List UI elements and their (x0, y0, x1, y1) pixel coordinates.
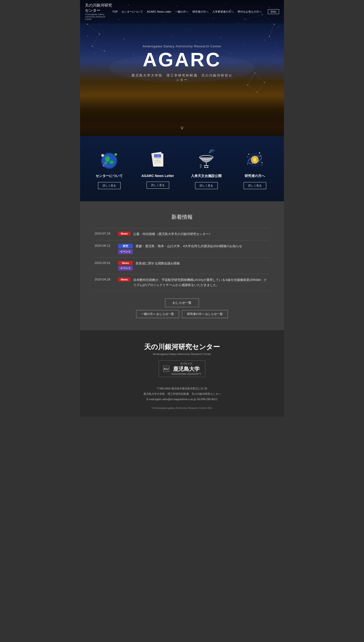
feature-center-label: センターについて (87, 174, 131, 178)
svg-point-46 (269, 36, 270, 37)
nav-top[interactable]: TOP (112, 10, 118, 13)
news-text[interactable]: 公募：特任助教（鹿児島大学天の川銀河研究センター） (133, 232, 212, 237)
news-badge: 研究 (118, 244, 133, 248)
svg-point-21 (124, 39, 124, 39)
svg-point-20 (104, 44, 104, 44)
feature-researcher-button[interactable]: 詳しく見る (244, 182, 266, 189)
center-icon (98, 148, 120, 170)
footer-univ-logo: KU 鹿児島大学 鹿児島大学 KAGOSHIMA UNIVERSITY (159, 360, 206, 377)
svg-point-66 (110, 161, 114, 164)
feature-observatory: 入来天文台施設公開 詳しく見る (184, 148, 228, 189)
all-news-button[interactable]: おしらせ一覧 (165, 298, 199, 307)
svg-rect-87 (200, 166, 202, 168)
nav-about[interactable]: センターについて (122, 10, 143, 14)
nav-general[interactable]: 一般の方へ (175, 10, 188, 14)
svg-text:✦: ✦ (247, 156, 248, 158)
nav-donation[interactable]: 寄付をお考えの方へ (238, 10, 262, 14)
footer-univ-text: 鹿児島大学 鹿児島大学 KAGOSHIMA UNIVERSITY (172, 362, 202, 375)
hero-subtitle: Amanogawa Galaxy Astronomy Research Cent… (131, 45, 233, 48)
svg-point-91 (253, 158, 256, 162)
svg-point-26 (245, 45, 245, 45)
svg-point-28 (276, 42, 277, 43)
news-badge-event: イベント (118, 249, 133, 254)
svg-point-14 (189, 29, 190, 29)
footer-info: 〒890-0065 鹿児島市鹿児島市郡元1-21-35 鹿児島大学大学院 理工学… (90, 386, 274, 402)
feature-newsletter: AGARC AGARC News Letter 詳しく見る (136, 148, 180, 189)
svg-point-24 (196, 41, 197, 42)
svg-point-25 (220, 38, 221, 38)
news-badge: News (118, 261, 133, 265)
news-badge-event: イベント (118, 266, 133, 271)
footer-logo-main: 天の川銀河研究センター (90, 342, 274, 352)
svg-point-95 (247, 164, 248, 164)
svg-point-61 (247, 85, 248, 86)
news-text[interactable]: 愛媛・鹿児島・熊本・山口大学、4大学合同七夕講演会2024開催のお知らせ (136, 244, 242, 249)
hero-description: 鹿児島大学大学院 理工学研究科附属 天の川銀河研究センター (131, 73, 233, 82)
svg-text:KU: KU (164, 367, 168, 371)
news-section: 新着情報 2024.07.16 News 公募：特任助教（鹿児島大学天の川銀河研… (80, 201, 284, 330)
svg-point-18 (279, 27, 279, 27)
header-logo: 天の川銀河研究センター Amanogawa Galaxy Astronomy R… (85, 3, 112, 21)
feature-newsletter-label: AGARC News Letter (136, 174, 180, 178)
hero-title: AGARC (131, 50, 233, 70)
feature-observatory-button[interactable]: 詳しく見る (195, 182, 218, 189)
news-item: 2024.04.26 News 谷本数特任助教が、宇宙航空研究開発機構(JAXA… (95, 274, 269, 291)
svg-point-52 (92, 46, 93, 47)
observatory-icon (195, 148, 217, 170)
news-item: 2024.05.01 News イベント 星形成に関する国際会議を開催 (95, 258, 269, 274)
svg-point-30 (114, 58, 114, 59)
svg-point-71 (103, 165, 104, 167)
feature-observatory-label: 入来天文台施設公開 (184, 174, 228, 178)
news-date: 2024.06.12 (95, 244, 115, 247)
news-text[interactable]: 谷本数特任助教が、宇宙航空研究開発機構(JAXA)が運用しているX線分光撮像衛星… (133, 278, 269, 288)
feature-researcher: ✦ ✦ ✦ 研究者の方へ 詳しく見る (233, 148, 277, 189)
svg-point-59 (264, 82, 265, 83)
news-item: 2024.07.16 News 公募：特任助教（鹿児島大学天の川銀河研究センター… (95, 228, 269, 240)
news-button-group: おしらせ一覧 一般の方へ おしらせ一覧 研究者の方へ おしらせ一覧 (95, 298, 269, 318)
svg-point-69 (101, 154, 104, 157)
researcher-news-button[interactable]: 研究者の方へ おしらせ一覧 (182, 310, 228, 318)
general-news-button[interactable]: 一般の方へ おしらせ一覧 (136, 310, 179, 318)
main-nav: TOP センターについて AGARC News Letter 一般の方へ 研究者… (112, 9, 279, 14)
nav-newsletter[interactable]: AGARC News Letter (147, 10, 171, 13)
news-category-buttons: 一般の方へ おしらせ一覧 研究者の方へ おしらせ一覧 (136, 310, 228, 318)
ground-silhouette (80, 112, 284, 136)
svg-point-60 (257, 92, 258, 93)
footer-univ-sub: KAGOSHIMA UNIVERSITY (172, 373, 202, 375)
news-text[interactable]: 星形成に関する国際会議を開催 (136, 261, 180, 266)
site-footer: 天の川銀河研究センター Amanogawa Galaxy Astronomy R… (80, 330, 284, 417)
svg-point-23 (172, 36, 172, 37)
news-date: 2024.04.26 (95, 278, 115, 281)
svg-point-10 (99, 24, 100, 25)
feature-newsletter-button[interactable]: 詳しく見る (146, 182, 169, 189)
newsletter-icon: AGARC (147, 148, 169, 170)
features-section: センターについて 詳しく見る AGARC (80, 136, 284, 201)
svg-point-92 (248, 154, 249, 155)
nav-admission[interactable]: 入学希望者の方へ (212, 10, 234, 14)
svg-point-53 (104, 51, 105, 52)
lang-toggle-button[interactable]: ENG (268, 9, 279, 14)
svg-point-37 (274, 56, 274, 56)
news-item: 2024.06.12 研究 イベント 愛媛・鹿児島・熊本・山口大学、4大学合同七… (95, 240, 269, 258)
feature-researcher-label: 研究者の方へ (233, 174, 277, 178)
feature-center: センターについて 詳しく見る (87, 148, 131, 189)
svg-line-83 (204, 166, 205, 168)
scroll-arrow[interactable]: ∨ (180, 125, 184, 131)
footer-university: KU 鹿児島大学 鹿児島大学 KAGOSHIMA UNIVERSITY (90, 360, 274, 381)
site-header: 天の川銀河研究センター Amanogawa Galaxy Astronomy R… (80, 0, 284, 23)
svg-point-67 (104, 162, 107, 165)
svg-point-12 (140, 27, 141, 27)
ku-logo-icon: KU (163, 365, 170, 372)
svg-point-58 (254, 72, 255, 73)
svg-point-50 (87, 24, 88, 25)
news-badge: News (118, 278, 130, 281)
news-list: 2024.07.16 News 公募：特任助教（鹿児島大学天の川銀河研究センター… (95, 228, 269, 291)
features-grid: センターについて 詳しく見る AGARC (87, 148, 277, 189)
footer-logo-sub: Amanogawa Galaxy Astronomy Research Cent… (90, 353, 274, 355)
svg-text:✦: ✦ (261, 164, 262, 166)
svg-point-93 (260, 155, 261, 156)
svg-text:AGARC: AGARC (154, 155, 161, 157)
nav-researcher[interactable]: 研究者の方へ (192, 10, 208, 14)
svg-point-36 (254, 58, 255, 59)
feature-center-button[interactable]: 詳しく見る (98, 182, 120, 189)
